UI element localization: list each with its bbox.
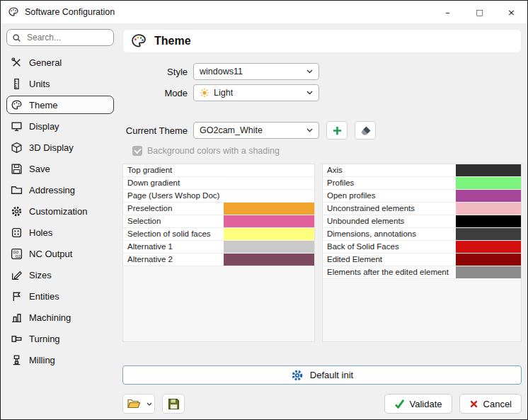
color-swatch[interactable] [224,203,314,215]
chevron-down-icon [306,128,313,132]
current-theme-row: Current Theme GO2cam_White [122,121,522,140]
page-header: Theme [122,29,522,53]
search-icon [12,33,21,42]
sidebar-item-entities[interactable]: Entities [6,287,114,305]
color-swatch[interactable] [224,190,314,203]
color-swatch[interactable] [456,190,521,203]
sidebar-item-holes[interactable]: Holes [6,223,114,242]
style-dropdown-value: windows11 [200,67,243,76]
sidebar-item-save[interactable]: Save [6,159,114,178]
gear-icon [11,205,23,217]
color-swatch[interactable] [456,203,521,215]
color-label: Open profiles [323,190,456,203]
color-swatch[interactable] [224,177,314,190]
color-row: Unconstrained elements [323,203,521,215]
mode-dropdown-value: Light [214,88,233,98]
sidebar-item-addressing[interactable]: Addressing [6,181,114,199]
right-color-panel: AxisProfilesOpen profilesUnconstrained e… [322,164,522,342]
color-row: Unbounded elements [323,215,521,228]
save-file-button[interactable] [162,394,185,414]
holes-icon [11,227,23,239]
minimize-button[interactable]: – [432,1,464,23]
color-swatch[interactable] [224,228,314,241]
color-swatch[interactable] [224,215,314,228]
left-color-panel: Top gradientDown gradientPage (Users Wsh… [122,164,315,342]
default-init-label: Default init [310,370,353,380]
sidebar-item-label: Turning [29,334,60,344]
validate-label: Validate [410,399,442,409]
style-row: Style windows11 [122,63,522,80]
color-row: Preselection [123,203,314,215]
sidebar-item-label: Entities [29,291,59,302]
color-swatch[interactable] [456,164,521,177]
cross-icon [469,399,478,409]
color-label: Preselection [123,203,224,215]
sidebar-item-machining[interactable]: Machining [6,308,114,327]
sidebar-item-label: Customization [29,206,87,217]
palette-icon [11,99,23,111]
entities-icon [11,290,23,302]
chevron-down-icon [306,69,313,74]
color-swatch[interactable] [456,254,521,266]
default-init-button[interactable]: Default init [122,365,522,385]
color-row: Down gradient [123,177,314,190]
color-label: Alternative 2 [123,254,224,266]
add-theme-button[interactable] [326,121,348,140]
shading-checkbox-label: Background colors with a shading [147,146,280,156]
color-row: Page (Users Wshop Doc) [123,190,314,203]
color-swatch[interactable] [456,266,521,279]
sidebar-item-theme[interactable]: Theme [6,96,114,114]
shading-checkbox-row: Background colors with a shading [132,145,522,157]
sidebar-item-display[interactable]: Display [6,117,114,135]
sidebar-item-customization[interactable]: Customization [6,202,114,220]
sidebar-item-milling[interactable]: Milling [6,351,114,369]
color-swatch[interactable] [456,215,521,228]
sidebar: GeneralUnitsThemeDisplay3D DisplaySaveAd… [6,29,114,414]
sidebar-item-general[interactable]: General [6,53,114,72]
cancel-button[interactable]: Cancel [459,394,522,414]
open-file-button[interactable] [122,394,144,414]
color-swatch[interactable] [224,254,314,266]
color-swatch[interactable] [224,164,314,177]
color-swatch[interactable] [456,241,521,254]
color-label: Dimensions, annotations [323,228,456,241]
cube-icon [11,142,23,154]
theme-palette-icon [130,33,147,49]
open-file-dropdown-button[interactable] [144,394,155,414]
mode-dropdown[interactable]: Light [193,84,319,101]
delete-theme-button[interactable] [355,121,376,140]
color-row: Elements after the edited element [323,266,521,279]
titlebar: Software Configuration – □ × [1,1,527,23]
window-title: Software Configuration [25,7,115,17]
color-swatch[interactable] [224,241,314,254]
color-row: Selection [123,215,314,228]
open-folder-icon [127,398,141,409]
color-label: Alternative 1 [123,241,224,254]
sidebar-item-turning[interactable]: Turning [6,329,114,348]
color-label: Unconstrained elements [323,203,456,215]
validate-button[interactable]: Validate [384,394,452,414]
sidebar-item-units[interactable]: Units [6,74,114,93]
sidebar-item-label: Sizes [29,270,52,280]
svg-text:G2: G2 [15,254,21,259]
units-icon [11,78,23,90]
color-label: Page (Users Wshop Doc) [123,190,224,203]
sidebar-item-label: General [29,57,62,68]
color-label: Down gradient [123,177,224,190]
color-label: Profiles [323,177,456,190]
search-input[interactable] [25,32,108,43]
current-theme-dropdown[interactable]: GO2cam_White [193,122,319,139]
color-swatch[interactable] [456,228,521,241]
close-button[interactable]: × [495,1,527,23]
style-dropdown[interactable]: windows11 [193,63,319,80]
color-label: Unbounded elements [323,215,456,228]
color-label: Edited Element [323,254,456,266]
sidebar-item-3d-display[interactable]: 3D Display [6,138,114,157]
search-box[interactable] [6,29,114,46]
nc-output-icon: G0G2 [11,248,23,260]
floppy-save-icon [168,398,180,410]
sidebar-item-sizes[interactable]: Sizes [6,266,114,284]
color-swatch[interactable] [456,177,521,190]
maximize-button[interactable]: □ [464,1,495,23]
sidebar-item-nc-output[interactable]: G0G2NC Output [6,244,114,263]
